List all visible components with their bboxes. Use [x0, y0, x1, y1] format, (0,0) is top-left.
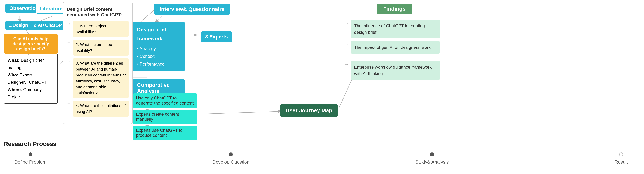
brief-arrow-2: → [67, 40, 71, 45]
design-brief-framework-box: Design brief framework • Strategy • Cont… [133, 22, 185, 71]
user-journey-label: User Journey Map [280, 104, 338, 117]
step-develop: Develop Question [212, 152, 250, 165]
finding-2-arrow: → [344, 42, 349, 47]
svg-line-4 [58, 61, 63, 66]
experts-badge: 8 Experts [196, 32, 232, 42]
step-dot-result [619, 152, 623, 156]
finding-3-arrow: → [344, 62, 349, 67]
brief-arrow-4: → [67, 101, 71, 106]
research-title: Research Process [4, 140, 638, 147]
what-label: What: [8, 58, 20, 63]
step-define: Define Problem [14, 152, 46, 165]
brief-content-4: 4. What are the limitations of using AI? [73, 101, 129, 117]
timeline: Define Problem Develop Question Study& A… [4, 152, 638, 167]
findings-title-node: Findings [344, 4, 412, 18]
method-1-label: Use only ChatGPT to generate the specifi… [133, 93, 197, 108]
finding-1-node: → The influence of ChatGPT in creating d… [344, 20, 440, 41]
info-box: What: Design brief making Who: Expert De… [4, 54, 58, 104]
brief-item-2: → 2. What factors affect usability? [67, 40, 129, 56]
where-label: Where: [8, 87, 22, 92]
interview-label: Interview& Questionnaire [154, 4, 230, 15]
brief-content-box: Design Brief content generated with Chat… [63, 2, 133, 124]
method-1-node: Use only ChatGPT to generate the specifi… [133, 93, 197, 110]
experts-label: 8 Experts [201, 32, 232, 42]
step-study: Study& Analysis [415, 152, 449, 165]
bullet-context: • Context [137, 52, 180, 60]
svg-line-1 [41, 16, 52, 21]
bullet-strategy: • Strategy [137, 45, 180, 52]
step-dot-define [28, 152, 32, 156]
finding-2-node: → The impact of gen AI on designers' wor… [344, 41, 440, 56]
method-3-node: Experts use ChatGPT to produce content [133, 126, 197, 142]
framework-title: Design brief framework [137, 25, 180, 43]
method-3-label: Experts use ChatGPT to produce content [133, 126, 197, 140]
bullet-performance: • Performance [137, 60, 180, 68]
step-label-result: Result [614, 159, 628, 165]
brief-item-1: → 1. Is there project availability? [67, 21, 129, 37]
research-section: Research Process Define Problem Develop … [4, 140, 638, 167]
brief-title: Design Brief content generated with Chat… [67, 7, 129, 18]
interview-node: Interview& Questionnaire [140, 4, 230, 18]
question-node: Can AI tools help designers specify desi… [4, 34, 58, 56]
svg-line-12 [204, 111, 280, 114]
finding-3-label: Enterprise workflow guidance framework w… [350, 61, 440, 80]
findings-title-label: Findings [377, 4, 412, 14]
step-dot-study [430, 152, 434, 156]
brief-content-1: 1. Is there project availability? [73, 21, 129, 37]
brief-item-3: → 3. What are the differences between AI… [67, 58, 129, 98]
ai-chatgpt-label: 2.AI+ChatGPT [30, 21, 68, 30]
brief-arrow-3: → [67, 59, 71, 64]
finding-2-label: The impact of gen AI on designers' work [350, 41, 440, 54]
finding-3-node: → Enterprise workflow guidance framework… [344, 61, 440, 82]
finding-1-arrow: → [344, 21, 349, 26]
finding-1-label: The influence of ChatGPT in creating des… [350, 20, 440, 38]
question-label: Can AI tools help designers specify desi… [4, 34, 58, 54]
ai-chatgpt-node: 2.AI+ChatGPT [30, 21, 68, 30]
step-label-study: Study& Analysis [415, 159, 449, 165]
brief-item-4: → 4. What are the limitations of using A… [67, 101, 129, 117]
step-label-develop: Develop Question [212, 159, 250, 165]
method-2-label: Experts create content manually [133, 110, 197, 124]
step-result: Result [614, 152, 628, 165]
brief-content-2: 2. What factors affect usability? [73, 40, 129, 56]
who-label: Who: [8, 73, 18, 77]
timeline-steps: Define Problem Develop Question Study& A… [4, 152, 638, 165]
main-container: { "left": { "observation": "Observation"… [0, 0, 644, 174]
brief-arrow-1: → [67, 21, 71, 26]
method-2-node: Experts create content manually [133, 110, 197, 126]
step-label-define: Define Problem [14, 159, 46, 165]
step-dot-develop [229, 152, 233, 156]
user-journey-node: User Journey Map [280, 104, 338, 117]
brief-content-3: 3. What are the differences between AI a… [73, 58, 129, 98]
